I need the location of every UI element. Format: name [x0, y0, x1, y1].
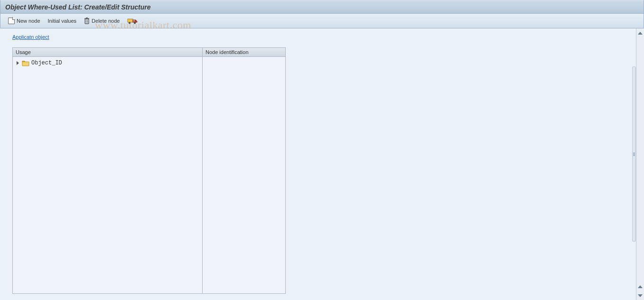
new-document-icon [8, 18, 15, 24]
svg-rect-0 [85, 19, 89, 24]
column-usage: Usage Object_ID [12, 47, 202, 294]
page-title: Object Where-Used List: Create/Edit Stru… [5, 3, 151, 11]
transport-button[interactable] [123, 15, 141, 27]
truck-icon [127, 17, 138, 25]
link-row: Applicatn object [12, 34, 632, 40]
svg-marker-7 [136, 20, 137, 22]
chevron-up-icon [638, 32, 643, 35]
scrollbar-grip-icon [633, 151, 635, 157]
svg-rect-5 [128, 19, 133, 22]
scroll-up-button[interactable] [637, 29, 644, 36]
column-header-node-id[interactable]: Node identification [202, 47, 286, 57]
scroll-up-button-bottom[interactable] [637, 283, 644, 290]
svg-point-12 [135, 23, 136, 24]
toolbar: New node Initial values Delete node [0, 14, 644, 28]
svg-rect-3 [84, 18, 89, 19]
new-node-label: New node [17, 18, 40, 24]
svg-point-10 [130, 23, 131, 24]
tree-table: Usage Object_ID Node id [12, 47, 632, 294]
svg-rect-4 [86, 18, 88, 18]
initial-values-button[interactable]: Initial values [44, 16, 81, 26]
scroll-down-button[interactable] [637, 292, 644, 299]
tree-row-root[interactable]: Object_ID [15, 59, 200, 67]
chevron-up-icon [638, 285, 643, 288]
tree-root-label: Object_ID [31, 60, 62, 66]
folder-icon [22, 60, 29, 66]
outer-scrollbar[interactable] [636, 28, 644, 300]
chevron-down-icon [638, 294, 643, 297]
column-body-usage: Object_ID [12, 57, 202, 294]
content-area: Applicatn object Usage Object_ID [0, 28, 644, 300]
new-node-button[interactable]: New node [4, 16, 44, 26]
delete-node-button[interactable]: Delete node [80, 16, 123, 26]
application-object-link[interactable]: Applicatn object [12, 34, 49, 40]
title-bar: Object Where-Used List: Create/Edit Stru… [0, 0, 644, 14]
column-node-identification: Node identification [202, 47, 286, 294]
delete-node-label: Delete node [92, 18, 120, 24]
trash-icon [84, 18, 90, 24]
column-body-node-id [202, 57, 286, 294]
inner-scrollbar[interactable] [632, 66, 636, 242]
column-header-usage[interactable]: Usage [12, 47, 202, 57]
expand-arrow-icon[interactable] [17, 61, 19, 65]
svg-rect-8 [133, 20, 135, 21]
initial-values-label: Initial values [48, 18, 77, 24]
content-wrapper: Applicatn object Usage Object_ID [0, 28, 644, 300]
